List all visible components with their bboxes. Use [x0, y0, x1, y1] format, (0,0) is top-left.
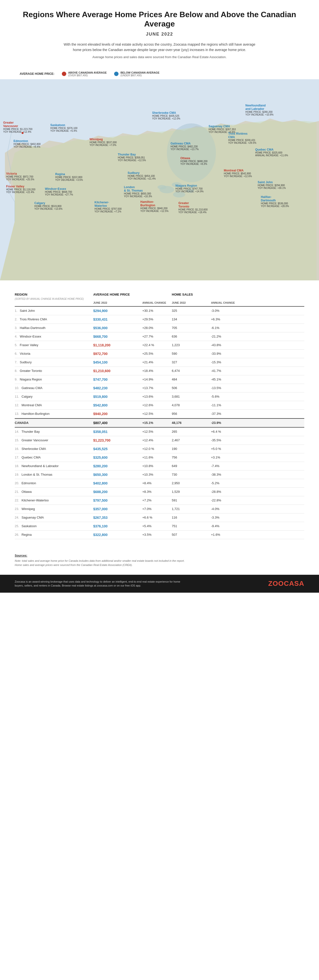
- row-num: 23.: [15, 507, 19, 511]
- region-name: Greater Toronto: [20, 369, 42, 372]
- cell-sales: 590: [172, 352, 211, 355]
- cell-price: $1,223,700: [93, 438, 142, 442]
- region-name: London & St. Thomas: [22, 473, 53, 476]
- cell-region: 17. Quebec CMA: [15, 455, 93, 459]
- cell-region: 19. London & St. Thomas: [15, 473, 93, 476]
- cell-sales: 484: [172, 377, 211, 381]
- region-name: Edmonton: [22, 481, 36, 485]
- cell-sales: 705: [172, 326, 211, 330]
- legend-label: AVERAGE HOME PRICE:: [20, 72, 54, 76]
- row-num: 13.: [15, 412, 19, 415]
- cell-price: $940,200: [93, 412, 142, 416]
- cell-region: 8. Greater Toronto: [15, 369, 93, 372]
- cell-region: 23. Winnipeg: [15, 507, 93, 511]
- map-label-niagara: Niagara Region HOME PRICE: $747,700 YOY …: [175, 184, 204, 193]
- region-name: Saskatoon: [22, 524, 37, 528]
- map-label-victoria: Victoria HOME PRICE: $972,700 YOY INCREA…: [6, 172, 34, 181]
- table-section: REGION AVERAGE HOME PRICE HOME SALES (SO…: [0, 280, 319, 549]
- row-num: 21.: [15, 490, 19, 493]
- region-name: Gatineau CMA: [22, 386, 43, 390]
- table-row: 1. Saint John $294,900 +30.1% 325 -3.0%: [15, 307, 304, 315]
- footer-text: Zoocasa is an award-winning brokerage th…: [15, 580, 187, 588]
- cell-change: +10.3%: [142, 473, 172, 476]
- home-sales-group-header: HOME SALES: [172, 292, 241, 297]
- cell-sales: 116: [172, 515, 211, 519]
- table-row: 16. Sherbrooke CMA $435,525 +12.0 % 190 …: [15, 445, 304, 453]
- map-label-sherbrooke: Sherbrooke CMA HOME PRICE: $435,525 YOY …: [152, 111, 180, 120]
- legend-red-dot: [62, 72, 66, 76]
- cell-sales-change: -3.0%: [211, 309, 241, 312]
- cell-change: +5.4%: [142, 524, 172, 528]
- cell-region: 7. Sudbury: [15, 360, 93, 364]
- region-name: Greater Vancouver: [22, 438, 48, 442]
- table-row: 25. Saskatoon $376,100 +5.4% 751 -9.4%: [15, 522, 304, 531]
- cell-region: 18. Newfoundland & Labrador: [15, 464, 93, 468]
- row-num: 26.: [15, 533, 19, 536]
- map-label-calgary: Calgary HOME PRICE: $519,800 YOY INCREAS…: [34, 201, 62, 210]
- table-row: 10. Gatineau CMA $482,230 +13.7% 506 -13…: [15, 384, 304, 393]
- cell-price: $322,800: [93, 533, 142, 537]
- map-label-saskatoon: Saskatoon HOME PRICE: $376,100 YOY INCRE…: [50, 123, 78, 132]
- region-name: Sudbury: [20, 360, 32, 364]
- legend-below-text: BELOW CANADIAN AVERAGE (UNDER $807,400): [121, 71, 160, 77]
- row-num: 22.: [15, 498, 19, 502]
- row-num: 3.: [15, 326, 18, 330]
- cell-change: +21.4%: [142, 360, 172, 364]
- cell-sales-change: -15.3%: [211, 360, 241, 364]
- legend-blue-dot: [114, 72, 118, 76]
- region-group-header: REGION: [15, 292, 93, 297]
- region-name: Regina: [22, 533, 32, 536]
- row-num: 10.: [15, 386, 19, 390]
- cell-change: +7.0%: [142, 507, 172, 511]
- table-row: 9. Niagara Region $747,700 +14.9% 484 -4…: [15, 375, 304, 384]
- cell-region: 21. Ottawa: [15, 490, 93, 493]
- map-label-trois-rivieres: Trois Rivières CMA HOME PRICE: $330,431 …: [228, 132, 257, 144]
- map-label-ottawa: Ottawa HOME PRICE: $688,200 YOY INCREASE…: [180, 156, 207, 165]
- cell-region: 13. Hamilton-Burlington: [15, 412, 93, 415]
- region-name: Fraser Valley: [20, 343, 38, 347]
- home-sales-col-header: HOME SALES: [172, 293, 193, 296]
- cell-sales: 956: [172, 412, 211, 415]
- cell-change: +29.5%: [142, 317, 172, 321]
- cell-sales: 1,529: [172, 490, 211, 493]
- map-label-halifax-dartmouth: Halifax- Dartmouth HOME PRICE: $536,000 …: [261, 195, 289, 208]
- cell-region: 16. Sherbrooke CMA: [15, 447, 93, 451]
- footer-section: Zoocasa is an award-winning brokerage th…: [0, 575, 319, 593]
- table-row: 11. Calgary $519,800 +13.6% 3,681 -5.6%: [15, 393, 304, 401]
- empty-col: [15, 301, 93, 304]
- cell-sales: 327: [172, 360, 211, 364]
- cell-region: 12. Montreal CMA: [15, 403, 93, 407]
- cell-price: $358,051: [93, 430, 142, 434]
- cell-change: +27.7%: [142, 335, 172, 338]
- table-row: 17. Quebec CMA $325,600 +11.6% 756 +3.1%: [15, 453, 304, 462]
- cell-change: +12.5%: [142, 430, 172, 433]
- legend-section: AVERAGE HOME PRICE: ABOVE CANADIAN AVERA…: [0, 69, 319, 79]
- table-row: 15. Greater Vancouver $1,223,700 +12.4% …: [15, 436, 304, 445]
- cell-change: +13.7%: [142, 386, 172, 390]
- region-name: CANADA: [15, 421, 29, 425]
- dot-greater-vancouver: [22, 132, 24, 134]
- cell-sales-change: -4.0%: [211, 507, 241, 511]
- cell-change: +25.5%: [142, 352, 172, 355]
- sources-notes: Note: total sales and average home price…: [15, 559, 304, 567]
- region-col-header: REGION: [15, 293, 27, 296]
- legend-above-canadian: ABOVE CANADIAN AVERAGE (OVER $807,400): [62, 71, 107, 77]
- cell-sales: 1,721: [172, 507, 211, 511]
- cell-sales-change: -37.3%: [211, 412, 241, 415]
- cell-region: 14. Thunder Bay: [15, 430, 93, 433]
- cell-sales-change: -35.5%: [211, 438, 241, 442]
- row-num: 25.: [15, 524, 19, 528]
- table-row: 6. Victoria $972,700 +25.5% 590 -33.9%: [15, 350, 304, 358]
- cell-sales-change: -33.9%: [211, 352, 241, 355]
- map-label-fraser-valley: Fraser Valley HOME PRICE: $1,118,200 YOY…: [6, 185, 35, 194]
- table-row: 14. Thunder Bay $358,051 +12.5% 265 +6.4…: [15, 428, 304, 436]
- june-2022-sales: JUNE 2022: [172, 301, 211, 304]
- cell-price: $1,118,200: [93, 343, 142, 347]
- row-num: 17.: [15, 455, 19, 459]
- table-row: 2. Trois Rivières CMA $330,431 +29.5% 13…: [15, 315, 304, 324]
- cell-region: 9. Niagara Region: [15, 377, 93, 381]
- cell-sales: 649: [172, 464, 211, 468]
- cell-region: 6. Victoria: [15, 352, 93, 355]
- cell-change: +14.9%: [142, 377, 172, 381]
- source-note: Average home prices and sales data were …: [20, 55, 299, 59]
